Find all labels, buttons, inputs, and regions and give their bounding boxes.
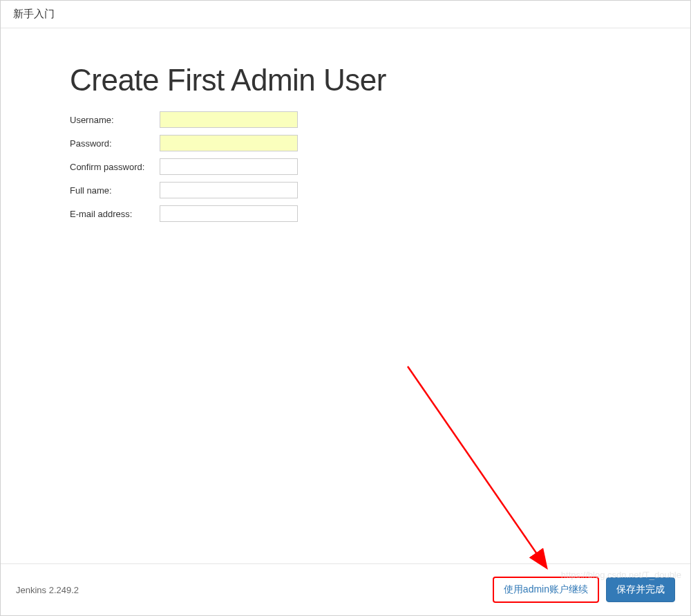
confirm-password-label: Confirm password: [70,162,160,172]
full-name-label: Full name: [70,185,160,196]
wizard-header: 新手入门 [1,1,690,28]
setup-wizard-container: 新手入门 Create First Admin User Username: P… [0,0,691,616]
password-label: Password: [70,138,160,149]
form-row-password: Password: [70,135,621,151]
confirm-password-input[interactable] [160,158,298,175]
save-and-finish-button[interactable]: 保存并完成 [606,577,675,602]
footer-actions: 使用admin账户继续 保存并完成 [493,577,675,603]
page-title: Create First Admin User [70,63,621,97]
wizard-footer: Jenkins 2.249.2 使用admin账户继续 保存并完成 [1,563,690,615]
password-input[interactable] [160,135,298,151]
email-label: E-mail address: [70,209,160,219]
form-row-full-name: Full name: [70,182,621,198]
continue-as-admin-button[interactable]: 使用admin账户继续 [493,577,599,603]
wizard-content: Create First Admin User Username: Passwo… [1,28,690,563]
form-row-confirm-password: Confirm password: [70,158,621,175]
username-label: Username: [70,115,160,125]
jenkins-version: Jenkins 2.249.2 [16,585,79,595]
username-input[interactable] [160,111,298,128]
form-row-email: E-mail address: [70,205,621,222]
form-row-username: Username: [70,111,621,128]
full-name-input[interactable] [160,182,298,198]
email-input[interactable] [160,205,298,222]
header-title: 新手入门 [13,8,55,19]
